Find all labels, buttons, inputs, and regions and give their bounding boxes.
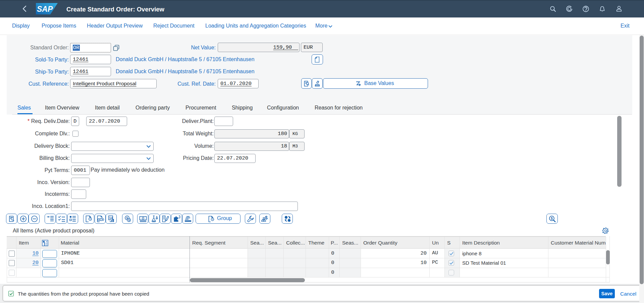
svg-text:$: $ — [265, 215, 268, 220]
svg-text:SAP: SAP — [37, 5, 53, 13]
svg-text:14: 14 — [109, 216, 113, 220]
svg-text:$: $ — [128, 218, 130, 222]
svg-text:$: $ — [551, 217, 553, 220]
